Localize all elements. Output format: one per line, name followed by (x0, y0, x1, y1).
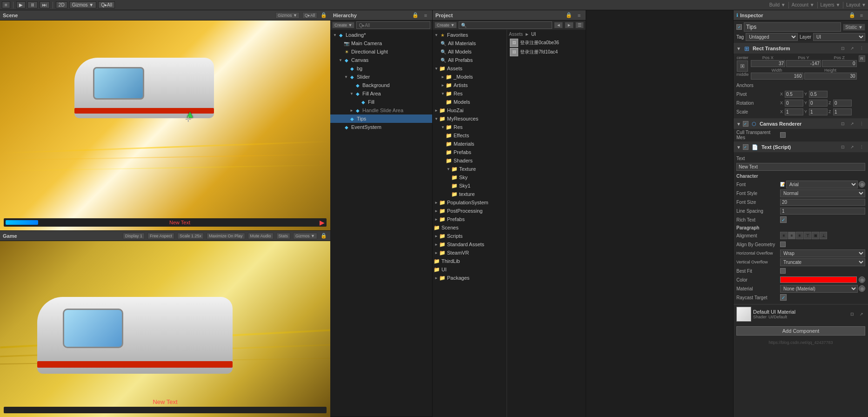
ts-raycast-checkbox[interactable]: ✓ (780, 294, 787, 301)
aspect-btn[interactable]: Free Aspect (147, 233, 174, 239)
project-thirdlib[interactable]: 📁 ThirdLib (433, 257, 507, 265)
layer-select[interactable]: UI (813, 33, 865, 41)
hierarchy-menu-icon[interactable]: ≡ (422, 12, 429, 19)
project-prefabs-root[interactable]: ► 📁 Prefabs (433, 215, 507, 223)
project-materials[interactable]: 📁 Materials (433, 140, 507, 148)
rt-rot-x-input[interactable] (785, 100, 803, 107)
project-all-prefabs[interactable]: 🔍 All Prefabs (433, 56, 507, 64)
canvas-renderer-header[interactable]: ▼ ✓ ⬡ Canvas Renderer ⊡ ↗ ⋮ (734, 119, 868, 129)
hierarchy-item-eventsystem[interactable]: ◆ EventSystem (330, 123, 432, 131)
project-shaders[interactable]: 📁 Shaders (433, 156, 507, 165)
align-bottom-btn[interactable]: ⊥ (820, 232, 827, 239)
project-scenes-root[interactable]: 📁 Scenes (433, 223, 507, 232)
scene-lock-icon[interactable]: 🔒 (320, 12, 327, 19)
all-btn[interactable]: Q▸All (98, 1, 115, 8)
asset-item-1[interactable]: 🖼 登录注册0ca0be36 (509, 39, 584, 47)
object-name-input[interactable] (744, 22, 841, 32)
ts-active-checkbox[interactable]: ✓ (743, 144, 748, 150)
material-icon-2[interactable]: ↗ (858, 310, 865, 318)
ts-aligngeom-checkbox[interactable] (780, 242, 786, 247)
ts-color-circle-btn[interactable]: ◎ (859, 276, 865, 283)
material-icon-1[interactable]: ⊡ (848, 310, 856, 318)
ts-material-select[interactable]: None (Material) (780, 285, 858, 293)
project-models2[interactable]: 📁 Models (433, 98, 507, 106)
game-lock-icon[interactable]: 🔒 (320, 232, 327, 240)
step-btn[interactable]: ⏭ (40, 1, 50, 8)
project-scripts[interactable]: ► 📁 Scripts (433, 232, 507, 240)
hierarchy-item-bg[interactable]: ◆ bg (330, 64, 432, 73)
ts-icon-2[interactable]: ↗ (848, 143, 856, 151)
project-huozai[interactable]: ► 📁 HuoZai (433, 106, 507, 114)
project-models[interactable]: ► 📁 _Models (433, 73, 507, 81)
rt-anchor-icon[interactable] (737, 61, 748, 72)
rt-height-input[interactable] (804, 73, 857, 80)
project-postprocessing[interactable]: ► 📁 PostProcessing (433, 207, 507, 215)
hierarchy-item-canvas[interactable]: ▼ ◆ Canvas (330, 56, 432, 64)
scene-tab[interactable]: Scene (3, 13, 18, 18)
project-view-btn[interactable]: ☰ (575, 22, 584, 28)
inspector-lock-icon[interactable]: 🔒 (848, 12, 856, 19)
project-all-materials[interactable]: 🔍 All Materials (433, 39, 507, 47)
rt-width-input[interactable] (751, 73, 803, 80)
cr-icon-1[interactable]: ⊡ (839, 120, 847, 128)
ts-hoverflow-select[interactable]: Wrap Overflow (780, 249, 865, 257)
project-ui[interactable]: 📁 UI (433, 265, 507, 274)
rt-posy-input[interactable] (786, 60, 821, 67)
hierarchy-item-fillarea[interactable]: ▼ ◆ Fill Area (330, 89, 432, 98)
hierarchy-item-background[interactable]: ◆ Background (330, 81, 432, 89)
ts-richtext-checkbox[interactable]: ✓ (780, 216, 787, 223)
project-texture2[interactable]: 📁 texture (433, 190, 507, 198)
project-res[interactable]: ▼ 📁 Res (433, 89, 507, 98)
hierarchy-item-slider[interactable]: ▼ ◆ Slider (330, 73, 432, 81)
project-sky[interactable]: 📁 Sky (433, 173, 507, 182)
project-packages[interactable]: ► 📁 Packages (433, 274, 507, 282)
ts-linespacing-input[interactable] (780, 208, 865, 215)
hierarchy-item-handleslide[interactable]: ► ◆ Handle Slide Area (330, 106, 432, 114)
project-lock-icon[interactable]: 🔒 (565, 12, 573, 19)
project-standard-assets[interactable]: ► 📁 Standard Assets (433, 240, 507, 249)
pause-btn[interactable]: ⏸ (27, 1, 38, 8)
project-prefabs[interactable]: 📁 Prefabs (433, 148, 507, 156)
project-steamvr[interactable]: ► 📁 SteamVR (433, 249, 507, 257)
game-tab[interactable]: Game (3, 233, 17, 239)
2d-btn[interactable]: 2D (56, 1, 67, 8)
add-component-btn[interactable]: Add Component (736, 326, 865, 336)
ts-fontsize-input[interactable] (780, 199, 865, 206)
scene-all-btn[interactable]: Q▸All (302, 12, 317, 19)
project-menu-icon[interactable]: ≡ (575, 12, 583, 19)
asset-item-2[interactable]: 🖼 登录注册7fd10ac4 (509, 48, 584, 56)
ts-icon-3[interactable]: ⋮ (858, 143, 865, 151)
ts-icon-1[interactable]: ⊡ (839, 143, 847, 151)
project-artists[interactable]: ► 📁 Artists (433, 81, 507, 89)
align-right-btn[interactable]: ≡ (796, 232, 803, 239)
rt-r-btn[interactable]: R (859, 55, 866, 62)
ts-font-circle-btn[interactable]: ◎ (859, 181, 865, 188)
static-dropdown-btn[interactable]: Static ▼ (843, 24, 865, 31)
project-create-btn[interactable]: Create ▼ (434, 22, 457, 28)
scene-slider[interactable]: New Text ▶ (4, 218, 327, 227)
scene-gizmos-btn[interactable]: Gizmos ▼ (275, 12, 300, 19)
stats-btn[interactable]: Stats (276, 233, 291, 239)
menu-btn[interactable]: ≡ (2, 1, 10, 8)
align-left-btn[interactable]: ≡ (780, 232, 788, 239)
scale-btn[interactable]: Scale 1.25x (177, 233, 204, 239)
hierarchy-search-input[interactable] (356, 21, 430, 29)
gizmos-btn[interactable]: Gizmos ▼ (69, 1, 97, 8)
project-texture[interactable]: ▼ 📁 Texture (433, 165, 507, 173)
project-nav-back[interactable]: ◄ (554, 22, 563, 28)
align-top-btn[interactable]: ⊤ (804, 232, 811, 239)
rt-icon-3[interactable]: ⋮ (858, 45, 865, 52)
rt-rot-y-input[interactable] (809, 100, 828, 107)
cr-active-checkbox[interactable]: ✓ (743, 121, 748, 127)
align-center-btn[interactable]: ≡ (788, 232, 795, 239)
tag-select[interactable]: Untagged (746, 33, 798, 41)
hierarchy-item-dirlight[interactable]: ☀ Directional Light (330, 47, 432, 56)
rt-icon-1[interactable]: ⊡ (839, 45, 847, 52)
cr-icon-3[interactable]: ⋮ (858, 120, 865, 128)
rt-posx-input[interactable] (751, 60, 786, 67)
rt-icon-2[interactable]: ↗ (848, 45, 856, 52)
project-myresources[interactable]: ▼ 📁 MyResources (433, 114, 507, 123)
ts-font-select[interactable]: Arial (786, 181, 858, 188)
project-populationsystem[interactable]: ► 📁 PopulationSystem (433, 198, 507, 207)
rt-scale-y-input[interactable] (809, 108, 828, 115)
